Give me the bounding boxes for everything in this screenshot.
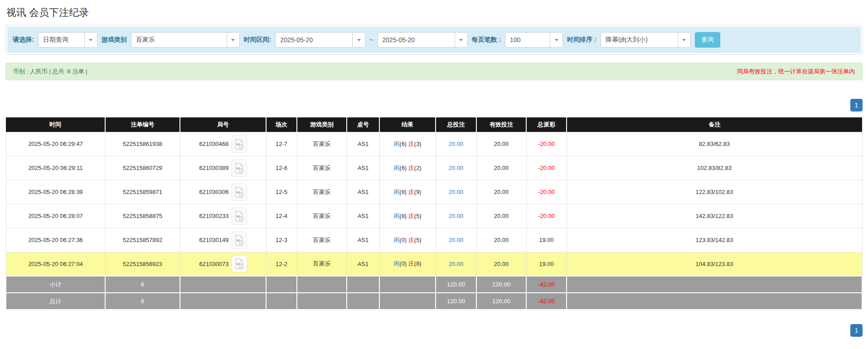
cell-total-payout: 19.00 [526,228,567,252]
total-bet-link[interactable]: 20.00 [449,261,464,267]
video-replay-button[interactable] [232,208,247,225]
table-row: 2025-05-20 06:28:07 522515858875 6210302… [6,204,862,228]
video-replay-button[interactable] [232,255,247,272]
video-file-icon [235,235,244,246]
game-type-select[interactable]: 百家乐 [131,32,240,48]
header-note: 备注 [567,117,862,132]
search-button[interactable]: 查询 [695,32,720,48]
chevron-down-icon[interactable] [550,33,563,47]
cell-game-type: 百家乐 [297,204,347,228]
cell-table-no: AS1 [347,228,379,252]
pagination-page-button[interactable]: 1 [850,99,863,111]
cell-game-type: 百家乐 [297,228,347,252]
summary-info-bar: 币别 : 人民币 | 总共 :6 注单 | 同局有效投注，统一计算在该局第一张注… [5,63,863,80]
time-sort-value: 降幂(由大到小) [601,33,678,47]
cell-total-bet: 20.00 [436,204,476,228]
video-replay-button[interactable] [232,184,247,201]
total-valid-bet: 120.00 [476,293,526,310]
video-replay-button[interactable] [232,160,247,177]
result-player-label: 闲 [393,189,399,195]
header-table-no: 桌号 [347,117,379,132]
result-player-score: (8) [399,189,407,195]
page-size-select[interactable]: 100 [505,32,563,48]
cell-time: 2025-05-20 06:28:07 [6,204,105,228]
cell-result: 闲(8) 庄(5) [379,204,436,228]
result-player-label: 闲 [393,237,399,243]
game-type-value: 百家乐 [131,33,227,47]
total-bet-link[interactable]: 20.00 [449,141,464,147]
page-size-label: 每页笔数 : [472,36,501,44]
total-bet-link[interactable]: 20.00 [449,165,464,171]
table-row: 2025-05-20 06:29:11 522515860729 6210303… [6,156,862,180]
cell-time: 2025-05-20 06:27:36 [6,228,105,252]
date-from-select[interactable]: 2025-05-20 [275,32,365,48]
cell-round-no: 621030306 [180,180,266,204]
cell-result: 闲(0) 庄(5) [379,228,436,252]
payout-value: -42.00 [538,281,555,288]
date-to-select[interactable]: 2025-05-20 [378,32,468,48]
table-header-row: 时间 注单编号 局号 场次 游戏类别 桌号 结果 总投注 有效投注 总派彩 备注 [6,117,862,132]
cell-table-no: AS1 [347,252,379,276]
chevron-down-icon[interactable] [227,33,239,47]
query-type-value: 日期查询 [39,33,84,47]
result-banker-label: 庄 [408,260,414,267]
currency-total-text: 币别 : 人民币 | 总共 :6 注单 | [13,68,87,76]
total-payout: -42.00 [526,293,567,310]
header-valid-bet: 有效投注 [476,117,526,132]
payout-value: -20.00 [538,141,555,147]
cell-session: 12-4 [266,204,297,228]
total-bet-link[interactable]: 20.00 [449,237,464,243]
betting-records-table: 时间 注单编号 局号 场次 游戏类别 桌号 结果 总投注 有效投注 总派彩 备注… [5,117,863,310]
video-file-icon [235,258,244,269]
cell-valid-bet: 20.00 [476,252,526,276]
cell-total-bet: 20.00 [436,228,476,252]
total-row: 总计 6 120.00 120.00 -42.00 [6,293,862,310]
cell-note: 142.83/122.83 [567,204,862,228]
chevron-down-icon[interactable] [352,33,365,47]
chevron-down-icon[interactable] [84,33,97,47]
cell-game-type: 百家乐 [297,180,347,204]
cell-game-type: 百家乐 [297,252,347,276]
result-banker-label: 庄 [408,189,414,195]
subtotal-label: 小计 [6,276,105,293]
cell-session: 12-5 [266,180,297,204]
table-row: 2025-05-20 06:29:47 522515861938 6210304… [6,132,862,156]
cell-valid-bet: 20.00 [476,132,526,156]
game-type-label: 游戏类别 [102,36,127,44]
result-banker-label: 庄 [408,213,414,219]
time-sort-select[interactable]: 降幂(由大到小) [601,32,691,48]
pagination-page-button[interactable]: 1 [850,324,863,337]
cell-total-bet: 20.00 [436,156,476,180]
cell-table-no: AS1 [347,132,379,156]
chevron-down-icon [231,39,235,41]
result-player-score: (6) [399,141,407,147]
total-total-bet: 120.00 [436,293,476,310]
header-total-payout: 总派彩 [526,117,567,132]
total-bet-link[interactable]: 20.00 [449,213,464,219]
video-replay-button[interactable] [232,136,247,153]
date-range-tilde: ~ [369,36,373,44]
chevron-down-icon [357,39,361,41]
cell-time: 2025-05-20 06:28:39 [6,180,105,204]
cell-table-no: AS1 [347,204,379,228]
video-file-icon [235,187,244,198]
query-type-select[interactable]: 日期查询 [38,32,97,48]
subtotal-payout: -42.00 [526,276,567,293]
header-result: 结果 [379,117,436,132]
chevron-down-icon [555,39,558,41]
chevron-down-icon[interactable] [678,33,690,47]
video-replay-button[interactable] [232,232,247,249]
round-no-text: 621030149 [199,237,228,243]
chevron-down-icon [89,39,92,41]
pagination-bottom: 1 [5,324,863,337]
cell-table-no: AS1 [347,156,379,180]
cell-valid-bet: 20.00 [476,228,526,252]
result-player-score: (0) [399,237,407,243]
header-bet-no: 注单编号 [105,117,180,132]
payout-value: -42.00 [538,298,555,305]
total-bet-link[interactable]: 20.00 [449,189,464,195]
chevron-down-icon[interactable] [455,33,467,47]
payout-value: 19.00 [539,237,554,243]
cell-bet-no: 522515858875 [105,204,180,228]
subtotal-row: 小计 6 120.00 120.00 -42.00 [6,276,862,293]
